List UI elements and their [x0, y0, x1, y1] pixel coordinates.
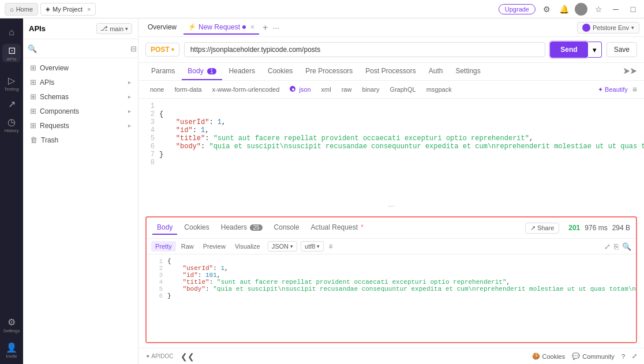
close-icon[interactable]: × — [87, 6, 91, 13]
community-link[interactable]: 💬 Community — [572, 352, 615, 360]
sidebar-icon-testing[interactable]: ▷ Testing — [2, 74, 21, 92]
sidebar-item-overview[interactable]: ⊞ Overview — [23, 61, 138, 75]
tab-cookies[interactable]: Cookies — [262, 63, 298, 80]
beautify-button[interactable]: ✦ Beautify — [598, 86, 628, 93]
tab-params[interactable]: Params — [145, 63, 181, 80]
resp-format-pretty[interactable]: Pretty — [151, 241, 176, 252]
resp-tab-actual-request[interactable]: Actual Request * — [306, 221, 368, 235]
tab-new-request[interactable]: ⚡ New Request × — [184, 21, 259, 35]
community-icon: 💬 — [572, 352, 580, 360]
status-info: 201 976 ms 294 B — [568, 224, 630, 232]
resp-line-3: 3 "id": 101, — [153, 272, 629, 279]
format-graphql[interactable]: GraphQL — [385, 84, 420, 95]
format-binary[interactable]: binary — [357, 84, 384, 95]
format-form-data[interactable]: form-data — [170, 84, 206, 95]
resp-line-6: 6 } — [153, 292, 629, 299]
expand-icon[interactable]: ⤢ — [604, 242, 611, 251]
more-tabs-button[interactable]: ··· — [272, 23, 279, 32]
share-icon: ↗ — [8, 99, 16, 110]
resp-action-icons: ⤢ ⎘ 🔍 — [604, 242, 631, 251]
sidebar-item-schemas[interactable]: ⊞ Schemas ▸ — [23, 89, 138, 104]
components-arrow-icon: ▸ — [128, 108, 131, 114]
save-button[interactable]: Save — [606, 42, 637, 57]
tab-settings[interactable]: Settings — [450, 63, 486, 80]
collapse-button[interactable]: ❮❮ — [181, 352, 194, 361]
format-chevron: ▾ — [290, 243, 293, 249]
expand-bottom-icon[interactable]: ⤢ — [632, 352, 637, 360]
format-json[interactable]: json — [285, 84, 315, 95]
send-button[interactable]: Send — [550, 42, 587, 58]
code-line-8: 8 — [145, 159, 637, 167]
star-icon[interactable]: ☆ — [592, 3, 605, 16]
sidebar-icon-invite[interactable]: 👤 Invite — [2, 341, 21, 359]
invite-icon: 👤 — [6, 342, 17, 353]
home-tab[interactable]: ⌂ Home — [5, 3, 38, 16]
requests-icon: ⊞ — [30, 121, 36, 130]
project-tab[interactable]: ◈ My Project × — [40, 3, 96, 16]
top-bar-right: Upgrade ⚙ 🔔 ☆ ─ □ — [499, 3, 639, 16]
resp-format-selector[interactable]: JSON ▾ — [268, 241, 297, 252]
resp-format-visualize[interactable]: Visualize — [231, 241, 264, 252]
branch-selector[interactable]: ⎇ main ▾ — [96, 23, 132, 34]
tab-body[interactable]: Body 1 — [182, 63, 222, 80]
request-body-editor[interactable]: 1 2 { 3 "userId": 1, 4 "id": 1, 5 "title… — [138, 99, 644, 200]
sidebar-item-components[interactable]: ⊞ Components ▸ — [23, 104, 138, 118]
wrap-icon[interactable]: ≡ — [325, 241, 336, 252]
resp-tab-headers[interactable]: Headers 25 — [216, 221, 267, 235]
resp-format-preview[interactable]: Preview — [199, 241, 230, 252]
resp-tab-console[interactable]: Console — [269, 221, 304, 235]
resp-format-raw[interactable]: Raw — [177, 241, 198, 252]
testing-icon: ▷ — [8, 75, 15, 86]
format-msgpack[interactable]: msgpack — [422, 84, 456, 95]
sidebar-icon-home[interactable]: ⌂ — [2, 23, 21, 42]
share-button[interactable]: ↗ Share — [525, 223, 559, 234]
tab-headers[interactable]: Headers — [223, 63, 261, 80]
avatar[interactable] — [575, 3, 587, 16]
search-input[interactable] — [40, 44, 127, 52]
resp-encoding-selector[interactable]: utf8 ▾ — [301, 241, 324, 252]
tab-pre-processors[interactable]: Pre Processors — [299, 63, 358, 80]
search-resp-icon[interactable]: 🔍 — [622, 242, 631, 251]
main-layout: ⌂ ⊡ APIs ▷ Testing ↗ ◷ History ⚙ Setting… — [0, 18, 644, 364]
tab-auth[interactable]: Auth — [423, 63, 449, 80]
maximize-icon[interactable]: □ — [627, 3, 639, 16]
new-request-label: New Request — [199, 23, 240, 31]
sidebar-icon-settings[interactable]: ⚙ Settings — [2, 316, 21, 334]
tab-close-icon[interactable]: × — [250, 23, 254, 31]
add-tab-button[interactable]: + — [263, 22, 268, 33]
top-bar: ⌂ Home ◈ My Project × Upgrade ⚙ 🔔 ☆ ─ □ — [0, 0, 644, 18]
settings-icon[interactable]: ⚙ — [540, 3, 553, 16]
invite-label: Invite — [6, 354, 17, 359]
resp-tab-cookies[interactable]: Cookies — [179, 221, 214, 235]
upgrade-button[interactable]: Upgrade — [499, 4, 536, 14]
tab-post-processors[interactable]: Post Processors — [360, 63, 421, 80]
minimize-icon[interactable]: ─ — [609, 3, 622, 16]
sidebar-item-apis[interactable]: ⊞ APIs ▸ — [23, 75, 138, 89]
format-none[interactable]: none — [145, 84, 169, 95]
method-selector[interactable]: POST ▾ — [145, 43, 179, 57]
format-raw[interactable]: raw — [337, 84, 357, 95]
sidebar-icon-share[interactable]: ↗ — [2, 95, 21, 113]
sidebar-icon-history[interactable]: ◷ History — [2, 115, 21, 134]
cookies-link[interactable]: 🍪 Cookies — [532, 352, 566, 360]
send-dropdown-button[interactable]: ▾ — [588, 42, 602, 58]
sidebar-item-requests[interactable]: ⊞ Requests ▸ — [23, 118, 138, 133]
env-selector[interactable]: Petstore Env ▾ — [577, 22, 639, 33]
content-top-bar: Overview ⚡ New Request × + ··· Petstore … — [138, 18, 644, 37]
format-urlencoded[interactable]: x-www-form-urlencoded — [208, 84, 284, 95]
sidebar-icon-apis[interactable]: ⊡ APIs — [2, 44, 21, 62]
resp-tab-body[interactable]: Body — [152, 221, 177, 235]
sidebar-item-trash[interactable]: 🗑 Trash — [23, 133, 138, 147]
format-xml[interactable]: xml — [317, 84, 336, 95]
tab-overview[interactable]: Overview — [143, 21, 181, 35]
resp-body-label: Body — [157, 223, 173, 231]
filter-icon[interactable]: ⊟ — [130, 44, 137, 53]
lines-icon[interactable]: ≡ — [632, 85, 637, 94]
url-input[interactable] — [184, 42, 546, 57]
help-icon[interactable]: ? — [621, 353, 625, 360]
copy-icon[interactable]: ⎘ — [614, 242, 619, 251]
beautify-icon: ✦ — [598, 86, 603, 93]
collapse-panel-button[interactable]: ⮞⮞ — [623, 67, 637, 76]
drag-handle[interactable]: ··· — [138, 200, 644, 212]
bell-icon[interactable]: 🔔 — [557, 3, 570, 16]
